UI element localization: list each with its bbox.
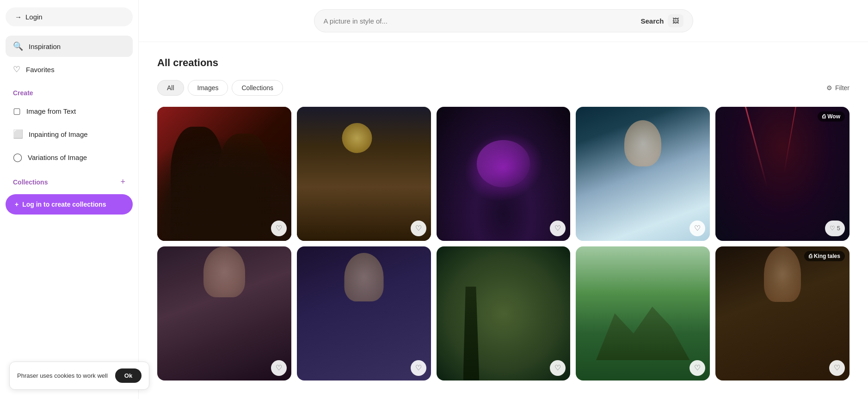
sidebar-item-inspiration[interactable]: 🔍 Inspiration — [6, 36, 133, 57]
filter-bar: All Images Collections ⚙ Filter — [157, 80, 850, 96]
like-button[interactable]: ♡ — [271, 360, 287, 376]
sidebar-item-image-from-text[interactable]: ▢ Image from Text — [6, 100, 133, 122]
cookie-message: Phraser uses cookies to work well — [17, 372, 108, 379]
content-area: All creations All Images Collections ⚙ F… — [139, 42, 868, 399]
filter-tab-all[interactable]: All — [157, 80, 184, 96]
page-title: All creations — [157, 57, 850, 69]
inpainting-icon: ⬜ — [13, 129, 23, 139]
search-bar: Search 🖼 — [314, 9, 693, 32]
search-button[interactable]: Search — [640, 17, 664, 25]
cookie-ok-button[interactable]: Ok — [115, 368, 142, 383]
search-input[interactable] — [324, 17, 637, 25]
image-card[interactable]: ♡ — [576, 246, 710, 381]
image-card[interactable]: ♡ — [437, 246, 571, 381]
plus-icon: + — [15, 201, 18, 208]
like-button[interactable]: ♡ — [550, 360, 566, 376]
image-search-button[interactable]: 🖼 — [668, 14, 683, 27]
image-text-icon: ▢ — [13, 106, 21, 116]
image-card[interactable]: ⎙ Wow ♡ 5 — [715, 107, 850, 241]
image-grid: ♡ ♡ ♡ ♡ — [157, 107, 850, 381]
create-section: Create — [6, 82, 133, 98]
sidebar-item-inpainting[interactable]: ⬜ Inpainting of Image — [6, 123, 133, 145]
sidebar-item-label: Inspiration — [29, 43, 61, 50]
image-card[interactable]: ♡ — [297, 107, 431, 241]
arrow-icon: → — [15, 13, 22, 21]
login-button[interactable]: → Login — [6, 7, 133, 26]
header: Search 🖼 — [139, 0, 868, 42]
cookie-banner: Phraser uses cookies to work well Ok — [9, 362, 149, 390]
share-icon: ⎙ — [822, 113, 825, 120]
sidebar: → Login 🔍 Inspiration ♡ Favorites Create… — [0, 0, 139, 399]
filter-button[interactable]: ⚙ Filter — [826, 84, 850, 92]
sidebar-item-label: Inpainting of Image — [29, 130, 88, 138]
create-collections-label: Log in to create collections — [22, 201, 106, 208]
image-card[interactable]: ⎙ King tales ♡ — [715, 246, 850, 381]
collections-section-label: Collections — [13, 178, 48, 186]
log-in-create-collections-button[interactable]: + Log in to create collections — [6, 194, 133, 215]
wow-badge: ⎙ Wow — [818, 111, 845, 122]
king-tales-badge: ⎙ King tales — [804, 251, 845, 261]
image-card[interactable]: ♡ — [157, 107, 291, 241]
search-icon: 🔍 — [13, 41, 23, 51]
like-button[interactable]: ♡ — [411, 360, 426, 376]
variations-icon: ◯ — [13, 152, 22, 162]
like-button[interactable]: ♡ — [550, 221, 566, 236]
login-label: Login — [25, 13, 43, 21]
like-button[interactable]: ♡ — [829, 360, 845, 376]
like-button[interactable]: ♡ 5 — [825, 221, 845, 236]
image-card[interactable]: ♡ — [576, 107, 710, 241]
like-button[interactable]: ♡ — [411, 221, 426, 236]
image-upload-icon: 🖼 — [672, 17, 679, 25]
sidebar-item-favorites[interactable]: ♡ Favorites — [6, 59, 133, 80]
image-card[interactable]: ♡ — [297, 246, 431, 381]
heart-icon: ♡ — [13, 64, 20, 74]
main-content: Search 🖼 All creations All Images Collec… — [139, 0, 868, 399]
filter-label: Filter — [835, 84, 850, 92]
like-button[interactable]: ♡ — [689, 221, 705, 236]
collections-section: Collections + — [6, 170, 133, 189]
sidebar-item-label: Variations of Image — [28, 153, 87, 161]
badge-label: King tales — [814, 253, 840, 259]
filter-tab-collections[interactable]: Collections — [232, 80, 283, 96]
create-section-label: Create — [13, 89, 33, 97]
sidebar-item-variations[interactable]: ◯ Variations of Image — [6, 147, 133, 168]
like-button[interactable]: ♡ — [689, 360, 705, 376]
like-button[interactable]: ♡ — [271, 221, 287, 236]
badge-label: Wow — [827, 113, 840, 120]
sidebar-item-label: Image from Text — [26, 107, 76, 115]
image-card[interactable]: ♡ — [437, 107, 571, 241]
sidebar-item-label: Favorites — [26, 66, 55, 74]
share-icon: ⎙ — [809, 253, 812, 259]
filter-tab-images[interactable]: Images — [188, 80, 228, 96]
image-card[interactable]: ♡ — [157, 246, 291, 381]
filter-icon: ⚙ — [826, 84, 832, 92]
add-collection-button[interactable]: + — [120, 177, 125, 187]
